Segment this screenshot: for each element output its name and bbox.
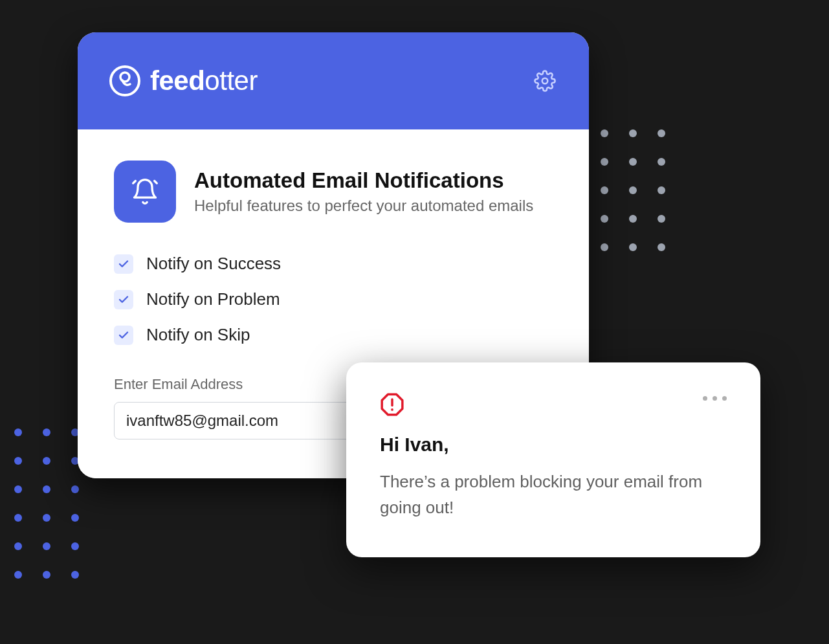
check-icon (118, 329, 129, 341)
notification-greeting: Hi Ivan, (380, 434, 727, 456)
checkbox-row-skip: Notify on Skip (114, 325, 553, 345)
section-title: Automated Email Notifications (194, 168, 533, 193)
check-icon (118, 258, 129, 270)
checkbox-skip[interactable] (114, 326, 133, 345)
settings-button[interactable] (532, 68, 558, 94)
checkbox-row-success: Notify on Success (114, 254, 553, 274)
bell-icon (131, 177, 159, 206)
brand-mark-icon (109, 65, 141, 97)
brand-logo: feedotter (109, 65, 258, 97)
card-header: feedotter (78, 32, 589, 129)
checkbox-label: Notify on Success (146, 254, 281, 274)
brand-text: feedotter (150, 65, 258, 96)
checkbox-label: Notify on Skip (146, 325, 250, 345)
check-icon (118, 294, 129, 305)
checkbox-success[interactable] (114, 254, 133, 274)
section-subtitle: Helpful features to perfect your automat… (194, 197, 533, 215)
email-input[interactable] (114, 402, 373, 439)
svg-point-2 (542, 78, 548, 84)
alert-octagon-icon (380, 392, 404, 419)
more-button[interactable] (703, 392, 727, 401)
section-header: Automated Email Notifications Helpful fe… (114, 161, 553, 223)
svg-point-5 (391, 408, 393, 411)
checkbox-label: Notify on Problem (146, 289, 280, 309)
section-icon-tile (114, 161, 176, 223)
gear-icon (534, 70, 556, 92)
notification-card: Hi Ivan, There’s a problem blocking your… (346, 362, 760, 557)
notification-message: There’s a problem blocking your email fr… (380, 469, 727, 521)
checkbox-row-problem: Notify on Problem (114, 289, 553, 309)
decorative-dots-gray (601, 129, 665, 251)
decorative-dots-blue (14, 428, 79, 579)
checkbox-problem[interactable] (114, 290, 133, 309)
checkbox-list: Notify on Success Notify on Problem Noti… (114, 254, 553, 345)
